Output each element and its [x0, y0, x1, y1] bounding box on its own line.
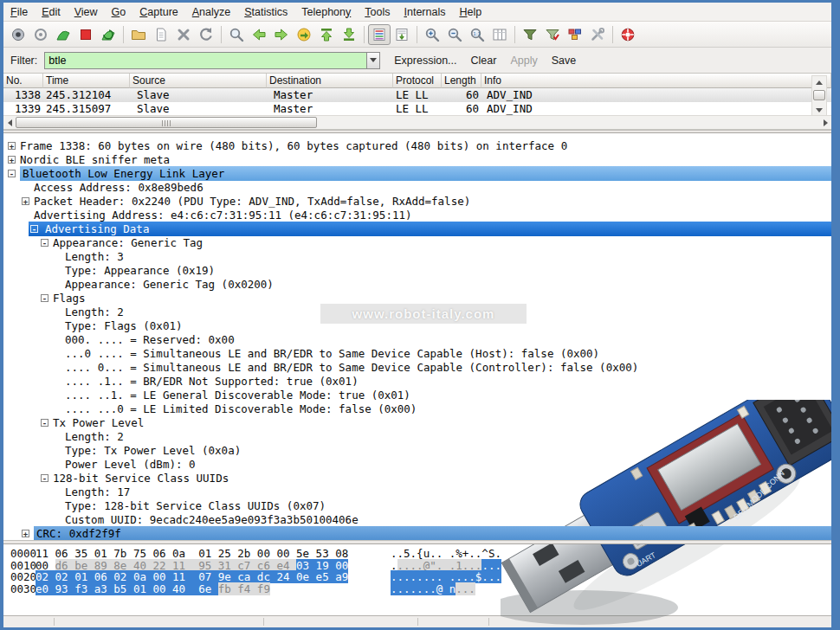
- apply-button[interactable]: Apply: [510, 55, 537, 67]
- tree-row-appearance[interactable]: -Appearance: Generic Tag: [3, 235, 831, 249]
- toolbar-separator: [123, 26, 124, 43]
- go-forward-icon[interactable]: [270, 24, 293, 45]
- tree-row-nordic-meta[interactable]: +Nordic BLE sniffer meta: [3, 152, 831, 166]
- auto-scroll-icon[interactable]: [391, 24, 413, 45]
- coloring-rules-icon[interactable]: [564, 24, 586, 45]
- menu-bar: File Edit View Go Capture Analyze Statis…: [3, 3, 831, 22]
- column-header-protocol[interactable]: Protocol: [393, 74, 442, 88]
- filter-input[interactable]: [44, 52, 366, 69]
- menu-file[interactable]: File: [3, 3, 35, 22]
- expander-icon[interactable]: -: [8, 170, 16, 177]
- menu-edit[interactable]: Edit: [35, 3, 68, 22]
- menu-capture[interactable]: Capture: [132, 3, 184, 22]
- tree-row[interactable]: .... .1.. = BR/EDR Not Supported: true (…: [3, 374, 831, 388]
- packet-row-1339[interactable]: 1339 245.315097 Slave Master LE LL 60 AD…: [3, 102, 831, 116]
- expander-icon[interactable]: +: [22, 197, 29, 205]
- menu-telephony[interactable]: Telephony: [294, 3, 358, 22]
- expander-icon[interactable]: -: [41, 239, 48, 247]
- tree-row-flags[interactable]: -Flags: [3, 291, 831, 305]
- tree-row[interactable]: Appearance: Generic Tag (0x0200): [3, 277, 831, 291]
- column-header-length[interactable]: Length: [442, 74, 481, 88]
- save-file-icon[interactable]: [150, 24, 172, 45]
- menu-analyze[interactable]: Analyze: [185, 3, 237, 22]
- close-file-icon[interactable]: [172, 24, 195, 45]
- expander-icon[interactable]: -: [41, 419, 48, 427]
- column-header-source[interactable]: Source: [130, 74, 267, 88]
- tree-row[interactable]: .... 0... = Simultaneous LE and BR/EDR t…: [3, 360, 831, 374]
- tree-row[interactable]: Length: 3: [3, 249, 831, 263]
- expander-icon[interactable]: +: [8, 156, 16, 164]
- capture-interfaces-icon[interactable]: [7, 24, 29, 45]
- filter-bar: Filter: Expression... Clear Apply Save: [3, 48, 831, 74]
- scrollbar-thumb[interactable]: [813, 90, 825, 100]
- find-packet-icon[interactable]: [225, 24, 248, 45]
- tree-row[interactable]: Type: Appearance (0x19): [3, 263, 831, 277]
- column-header-destination[interactable]: Destination: [267, 74, 393, 88]
- capture-restart-icon[interactable]: [97, 24, 120, 45]
- cell-destination: Master: [267, 102, 393, 116]
- filter-label: Filter:: [10, 55, 37, 67]
- pane-splitter[interactable]: [3, 540, 831, 544]
- expander-icon[interactable]: -: [41, 474, 48, 482]
- column-header-time[interactable]: Time: [43, 74, 130, 88]
- tree-row-frame[interactable]: +Frame 1338: 60 bytes on wire (480 bits)…: [3, 138, 831, 152]
- expander-icon[interactable]: -: [41, 294, 48, 302]
- scroll-down-icon[interactable]: [813, 104, 825, 116]
- zoom-in-icon[interactable]: [421, 24, 443, 45]
- menu-view[interactable]: View: [68, 3, 105, 22]
- tree-row-ble-link-layer[interactable]: -Bluetooth Low Energy Link Layer: [3, 166, 831, 180]
- cell-protocol: LE LL: [393, 102, 442, 116]
- scroll-up-icon[interactable]: [813, 76, 825, 88]
- menu-go[interactable]: Go: [105, 3, 133, 22]
- expression-button[interactable]: Expression...: [394, 55, 456, 67]
- scrollbar-thumb[interactable]: [16, 117, 317, 128]
- menu-tools[interactable]: Tools: [358, 3, 397, 22]
- toolbar-separator: [221, 26, 222, 43]
- column-header-info[interactable]: Info: [481, 74, 831, 88]
- scroll-left-icon[interactable]: [3, 117, 16, 129]
- display-filters-icon[interactable]: [541, 24, 564, 45]
- expander-icon[interactable]: +: [22, 530, 29, 537]
- go-back-icon[interactable]: [248, 24, 270, 45]
- column-header-no[interactable]: No.: [3, 74, 43, 88]
- go-to-packet-icon[interactable]: [293, 24, 315, 45]
- tree-row-advertising-address[interactable]: Advertising Address: e4:c6:c7:31:95:11 (…: [3, 208, 831, 222]
- menu-help[interactable]: Help: [452, 3, 488, 22]
- cell-info: ADV_IND: [481, 102, 831, 116]
- menu-internals[interactable]: Internals: [397, 3, 452, 22]
- capture-options-icon[interactable]: [29, 24, 52, 45]
- tree-row-crc[interactable]: +CRC: 0xdf2f9f: [3, 526, 831, 540]
- go-to-top-icon[interactable]: [315, 24, 338, 45]
- tree-row[interactable]: 000. .... = Reserved: 0x00: [3, 332, 831, 346]
- go-to-bottom-icon[interactable]: [338, 24, 360, 45]
- open-file-icon[interactable]: [127, 24, 150, 45]
- clear-button[interactable]: Clear: [471, 55, 497, 67]
- menu-statistics[interactable]: Statistics: [237, 3, 294, 22]
- cell-time: 245.315097: [43, 102, 130, 116]
- zoom-100-icon[interactable]: 1:1: [466, 24, 488, 45]
- zoom-out-icon[interactable]: [443, 24, 466, 45]
- packet-list-horizontal-scrollbar[interactable]: [3, 115, 831, 129]
- tree-row-packet-header[interactable]: +Packet Header: 0x2240 (PDU Type: ADV_IN…: [3, 194, 831, 208]
- capture-filters-icon[interactable]: [519, 24, 541, 45]
- expander-icon[interactable]: -: [30, 225, 38, 233]
- help-icon[interactable]: [617, 24, 639, 45]
- cell-no: 1339: [3, 102, 43, 116]
- packet-list-vertical-scrollbar[interactable]: [811, 75, 827, 117]
- resize-columns-icon[interactable]: [488, 24, 511, 45]
- packet-row-1338[interactable]: 1338 245.312104 Slave Master LE LL 60 AD…: [3, 88, 831, 102]
- colorize-icon[interactable]: [368, 24, 391, 45]
- cell-info: ADV_IND: [481, 88, 831, 102]
- reload-icon[interactable]: [195, 24, 217, 45]
- expander-icon[interactable]: +: [8, 142, 16, 150]
- tree-row-access-address[interactable]: Access Address: 0x8e89bed6: [3, 180, 831, 194]
- scroll-right-icon[interactable]: [819, 117, 831, 129]
- capture-start-icon[interactable]: [52, 24, 74, 45]
- tree-row[interactable]: ...0 .... = Simultaneous LE and BR/EDR t…: [3, 346, 831, 360]
- preferences-icon[interactable]: [586, 24, 609, 45]
- tree-row-advertising-data[interactable]: -Advertising Data: [3, 222, 831, 235]
- save-button[interactable]: Save: [552, 55, 577, 67]
- watermark: www.robot-italy.com: [320, 304, 527, 324]
- filter-dropdown-button[interactable]: [366, 52, 380, 69]
- capture-stop-icon[interactable]: [74, 24, 97, 45]
